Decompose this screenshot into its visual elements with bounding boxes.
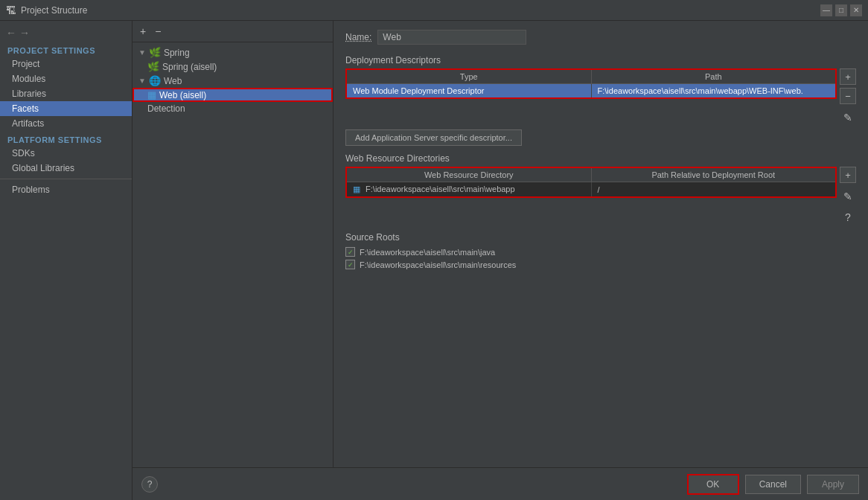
tree-node-web-aisell[interactable]: ▦ Web (aisell) — [133, 88, 333, 102]
tree-remove-button[interactable]: − — [152, 24, 164, 39]
name-row: Name: — [345, 30, 856, 45]
deployment-table-header: Type Path — [347, 70, 835, 84]
close-button[interactable]: ✕ — [850, 4, 862, 16]
sidebar: ← → Project Settings Project Modules Lib… — [0, 21, 133, 500]
back-arrow[interactable]: ← — [6, 27, 16, 39]
content-inner: + − ▼ 🌿 Spring 🌿 Spring (aisell) — [133, 21, 868, 467]
deployment-remove-button[interactable]: − — [840, 88, 856, 104]
title-bar: 🏗 Project Structure — □ ✕ — [0, 0, 868, 21]
cancel-button[interactable]: Cancel — [745, 475, 801, 494]
deployment-table: Type Path Web Module Deployment Descript… — [345, 68, 837, 99]
spring-icon: 🌿 — [149, 47, 161, 58]
tree-node-spring-aisell[interactable]: 🌿 Spring (aisell) — [133, 60, 333, 74]
spring-child-label: Spring (aisell) — [162, 62, 217, 72]
content-area: + − ▼ 🌿 Spring 🌿 Spring (aisell) — [133, 21, 868, 500]
bottom-bar: ? OK Cancel Apply — [133, 467, 868, 500]
spring-expand-arrow: ▼ — [138, 48, 146, 57]
web-expand-arrow: ▼ — [138, 77, 146, 85]
source-root-1-row: ✓ F:\ideaworkspace\aisell\src\main\java — [345, 246, 856, 258]
web-child-icon: ▦ — [147, 89, 156, 100]
name-input[interactable] — [377, 30, 526, 45]
sidebar-item-project[interactable]: Project — [0, 57, 132, 71]
folder-icon: ▦ — [353, 185, 360, 193]
deployment-title: Deployment Descriptors — [345, 55, 856, 65]
tree-add-button[interactable]: + — [137, 24, 149, 39]
web-icon: 🌐 — [149, 75, 161, 86]
spring-node-label: Spring — [164, 48, 190, 58]
sidebar-item-global-libraries[interactable]: Global Libraries — [0, 161, 132, 176]
source-root-2-label: F:\ideaworkspace\aisell\src\main\resourc… — [360, 260, 516, 269]
add-descriptor-button[interactable]: Add Application Server specific descript… — [345, 129, 522, 146]
deployment-table-wrap: Type Path Web Module Deployment Descript… — [345, 68, 856, 125]
web-resource-table-wrap: Web Resource Directory Path Relative to … — [345, 167, 856, 225]
title-bar-controls: — □ ✕ — [820, 4, 862, 16]
sidebar-item-sdks[interactable]: SDKs — [0, 146, 132, 161]
source-root-2-checkbox[interactable]: ✓ — [345, 260, 355, 269]
web-resource-table: Web Resource Directory Path Relative to … — [345, 167, 837, 198]
sidebar-item-libraries[interactable]: Libraries — [0, 86, 132, 101]
source-root-2-row: ✓ F:\ideaworkspace\aisell\src\main\resou… — [345, 258, 856, 271]
web-resource-path-header: Path Relative to Deployment Root — [592, 168, 836, 182]
platform-settings-header: Platform Settings — [0, 131, 132, 146]
web-resource-side-buttons: + ✎ ? — [840, 167, 856, 225]
title-bar-left: 🏗 Project Structure — [6, 4, 87, 16]
tree-node-detection[interactable]: Detection — [133, 102, 333, 115]
web-resource-add-button[interactable]: + — [840, 167, 856, 183]
web-resource-row1-path: / — [592, 183, 836, 196]
web-resource-row1-dir-text: F:\ideaworkspace\aisell\src\main\webapp — [366, 185, 515, 193]
deployment-edit-button[interactable]: ✎ — [840, 110, 856, 125]
detail-panel: Name: Deployment Descriptors Type Path — [334, 21, 868, 467]
detection-label: Detection — [147, 103, 185, 114]
nav-row: ← → — [0, 24, 132, 42]
web-resource-row-1[interactable]: ▦ F:\ideaworkspace\aisell\src\main\webap… — [347, 182, 835, 196]
web-resource-edit-button[interactable]: ✎ — [840, 189, 856, 204]
main-layout: ← → Project Settings Project Modules Lib… — [0, 21, 868, 500]
name-label: Name: — [345, 32, 371, 42]
spring-child-icon: 🌿 — [147, 61, 159, 72]
deployment-type-header: Type — [347, 70, 592, 83]
help-button[interactable]: ? — [141, 476, 158, 493]
source-root-1-label: F:\ideaworkspace\aisell\src\main\java — [360, 248, 495, 257]
web-resource-table-header: Web Resource Directory Path Relative to … — [347, 168, 835, 182]
tree-node-web[interactable]: ▼ 🌐 Web — [133, 74, 333, 88]
deployment-row-1[interactable]: Web Module Deployment Descriptor F:\idea… — [347, 84, 835, 97]
sidebar-item-facets[interactable]: Facets — [0, 101, 132, 116]
web-resource-title: Web Resource Directories — [345, 153, 856, 164]
app-icon: 🏗 — [6, 4, 16, 16]
project-settings-header: Project Settings — [0, 42, 132, 57]
ok-button[interactable]: OK — [687, 474, 739, 495]
bottom-right: OK Cancel Apply — [687, 474, 859, 495]
deployment-add-button[interactable]: + — [840, 68, 856, 85]
deployment-row1-path: F:\ideaworkspace\aisell\src\main\webapp\… — [592, 84, 836, 97]
deployment-section: Deployment Descriptors Type Path Web Mod… — [345, 55, 856, 146]
source-roots-section: Source Roots ✓ F:\ideaworkspace\aisell\s… — [345, 232, 856, 271]
web-resource-section: Web Resource Directories Web Resource Di… — [345, 153, 856, 225]
minimize-button[interactable]: — — [820, 4, 832, 16]
title-bar-title: Project Structure — [21, 5, 87, 16]
source-roots-title: Source Roots — [345, 232, 856, 243]
bottom-left: ? — [141, 476, 158, 493]
sidebar-item-modules[interactable]: Modules — [0, 71, 132, 86]
apply-button[interactable]: Apply — [807, 475, 859, 494]
web-child-label: Web (aisell) — [159, 90, 206, 100]
deployment-side-buttons: + − ✎ — [840, 68, 856, 125]
deployment-row1-type: Web Module Deployment Descriptor — [347, 84, 592, 97]
tree-node-spring[interactable]: ▼ 🌿 Spring — [133, 45, 333, 60]
tree-items: ▼ 🌿 Spring 🌿 Spring (aisell) ▼ 🌐 Web — [133, 42, 333, 467]
sidebar-item-artifacts[interactable]: Artifacts — [0, 116, 132, 131]
forward-arrow[interactable]: → — [19, 27, 30, 39]
web-resource-row1-dir: ▦ F:\ideaworkspace\aisell\src\main\webap… — [347, 182, 592, 196]
web-resource-help-button[interactable]: ? — [840, 210, 856, 225]
web-node-label: Web — [164, 76, 182, 86]
tree-panel: + − ▼ 🌿 Spring 🌿 Spring (aisell) — [133, 21, 334, 467]
tree-toolbar: + − — [133, 21, 333, 42]
deployment-path-header: Path — [592, 70, 836, 83]
maximize-button[interactable]: □ — [835, 4, 847, 16]
sidebar-item-problems[interactable]: Problems — [0, 182, 132, 197]
web-resource-dir-header: Web Resource Directory — [347, 168, 592, 182]
source-root-1-checkbox[interactable]: ✓ — [345, 247, 355, 257]
